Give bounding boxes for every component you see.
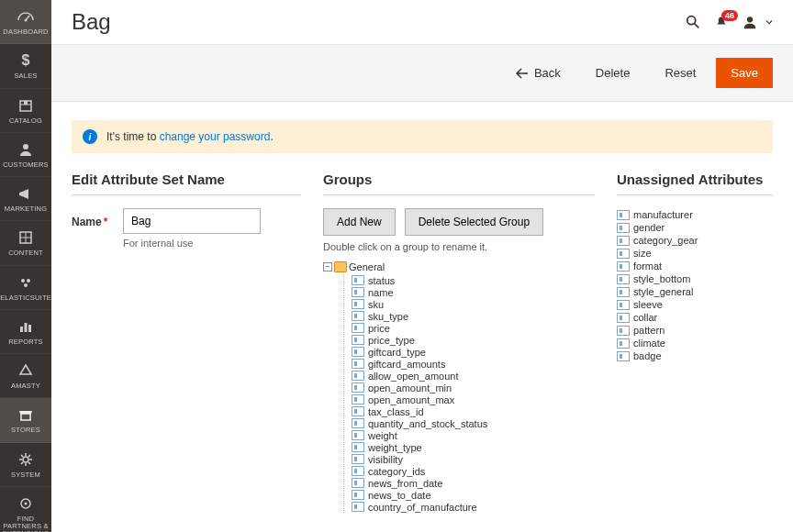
unassigned-attribute[interactable]: collar bbox=[617, 311, 773, 324]
attribute-icon bbox=[352, 502, 364, 512]
folder-icon bbox=[334, 261, 347, 272]
sidebar-item-catalog[interactable]: CATALOG bbox=[0, 89, 51, 133]
svg-point-10 bbox=[21, 279, 25, 283]
attribute-label: style_bottom bbox=[633, 273, 690, 284]
unassigned-attribute[interactable]: climate bbox=[617, 337, 773, 349]
group-attribute[interactable]: sku bbox=[352, 298, 595, 310]
sidebar-label: SYSTEM bbox=[11, 471, 40, 479]
attribute-label: pattern bbox=[633, 325, 665, 336]
delete-button[interactable]: Delete bbox=[581, 58, 645, 88]
attribute-icon bbox=[352, 394, 364, 405]
groups-title: Groups bbox=[323, 172, 595, 195]
search-button[interactable] bbox=[685, 14, 701, 30]
box-icon bbox=[17, 96, 35, 115]
group-attribute[interactable]: quantity_and_stock_status bbox=[352, 417, 595, 429]
attribute-label: visibility bbox=[368, 454, 403, 465]
group-attribute[interactable]: sku_type bbox=[352, 310, 595, 322]
sidebar-item-partners[interactable]: FIND PARTNERS & EXTENSIONS bbox=[0, 487, 51, 532]
attribute-icon bbox=[617, 210, 630, 220]
sidebar-item-customers[interactable]: CUSTOMERS bbox=[0, 133, 51, 177]
unassigned-attribute[interactable]: pattern bbox=[617, 324, 773, 337]
change-password-link[interactable]: change your password bbox=[160, 130, 271, 143]
svg-point-6 bbox=[23, 144, 28, 150]
tree-toggle[interactable]: − bbox=[323, 262, 332, 272]
sidebar-label: MARKETING bbox=[5, 205, 47, 213]
svg-point-11 bbox=[27, 279, 30, 283]
svg-rect-15 bbox=[28, 325, 31, 332]
group-attribute[interactable]: open_amount_max bbox=[352, 393, 595, 405]
attribute-label: collar bbox=[633, 312, 657, 323]
group-attribute[interactable]: tax_class_id bbox=[352, 405, 595, 417]
attribute-label: weight_type bbox=[368, 442, 422, 453]
group-attribute[interactable]: allow_open_amount bbox=[352, 370, 595, 382]
attribute-icon bbox=[352, 359, 364, 369]
add-new-group-button[interactable]: Add New bbox=[323, 208, 396, 236]
group-attribute[interactable]: weight bbox=[352, 429, 595, 441]
attribute-icon bbox=[617, 287, 630, 297]
group-attribute[interactable]: country_of_manufacture bbox=[352, 501, 595, 513]
group-attribute[interactable]: status bbox=[352, 274, 595, 286]
unassigned-attribute[interactable]: category_gear bbox=[617, 234, 773, 247]
bars-icon bbox=[17, 317, 35, 336]
unassigned-attribute[interactable]: sleeve bbox=[617, 298, 773, 311]
edit-set-title: Edit Attribute Set Name bbox=[72, 172, 301, 195]
svg-line-24 bbox=[695, 24, 699, 28]
unassigned-attribute[interactable]: badge bbox=[617, 349, 773, 362]
unassigned-attribute[interactable]: style_bottom bbox=[617, 272, 773, 285]
attribute-icon bbox=[617, 223, 630, 233]
group-attribute[interactable]: news_to_date bbox=[352, 489, 595, 501]
attribute-label: gender bbox=[633, 222, 665, 233]
svg-rect-5 bbox=[24, 101, 28, 105]
sidebar-item-sales[interactable]: $ SALES bbox=[0, 44, 51, 88]
delete-group-button[interactable]: Delete Selected Group bbox=[405, 208, 543, 236]
sidebar-item-amasty[interactable]: AMASTY bbox=[0, 354, 51, 398]
attribute-label: style_general bbox=[633, 286, 693, 297]
group-attribute[interactable]: name bbox=[352, 286, 595, 298]
group-attribute[interactable]: giftcard_amounts bbox=[352, 358, 595, 370]
attribute-icon bbox=[617, 313, 630, 323]
megaphone-icon bbox=[17, 184, 35, 203]
set-name-input[interactable] bbox=[123, 208, 261, 234]
group-attribute[interactable]: visibility bbox=[352, 453, 595, 465]
notifications-button[interactable]: 46 bbox=[714, 15, 729, 29]
unassigned-attribute[interactable]: manufacturer bbox=[617, 208, 773, 221]
account-menu[interactable] bbox=[742, 14, 773, 30]
sidebar-item-stores[interactable]: STORES bbox=[0, 398, 51, 442]
group-attribute[interactable]: price bbox=[352, 322, 595, 334]
sidebar-item-marketing[interactable]: MARKETING bbox=[0, 177, 51, 221]
unassigned-attribute[interactable]: format bbox=[617, 260, 773, 272]
reset-button[interactable]: Reset bbox=[650, 58, 710, 88]
unassigned-attribute[interactable]: size bbox=[617, 247, 773, 260]
group-attribute[interactable]: open_amount_min bbox=[352, 382, 595, 393]
admin-sidebar: DASHBOARD $ SALES CATALOG CUSTOMERS MARK… bbox=[0, 0, 51, 532]
attribute-icon bbox=[352, 382, 364, 393]
attribute-icon bbox=[617, 326, 630, 336]
sidebar-item-elasticsuite[interactable]: ELASTICSUITE bbox=[0, 266, 51, 310]
attribute-label: name bbox=[368, 287, 394, 298]
chevron-down-icon bbox=[765, 18, 773, 26]
attribute-label: allow_open_amount bbox=[368, 371, 458, 382]
group-attribute[interactable]: weight_type bbox=[352, 441, 595, 453]
sidebar-item-reports[interactable]: REPORTS bbox=[0, 310, 51, 354]
group-attribute[interactable]: giftcard_type bbox=[352, 346, 595, 358]
svg-point-19 bbox=[25, 502, 28, 504]
group-attribute[interactable]: news_from_date bbox=[352, 477, 595, 489]
svg-text:$: $ bbox=[22, 52, 30, 68]
sidebar-item-content[interactable]: CONTENT bbox=[0, 221, 51, 265]
unassigned-attribute[interactable]: style_general bbox=[617, 285, 773, 298]
sidebar-label: STORES bbox=[11, 427, 40, 434]
group-general[interactable]: General bbox=[349, 261, 385, 272]
amasty-icon bbox=[17, 361, 35, 380]
unassigned-title: Unassigned Attributes bbox=[617, 172, 773, 195]
attribute-icon bbox=[617, 249, 630, 259]
sidebar-item-system[interactable]: SYSTEM bbox=[0, 443, 51, 487]
back-button[interactable]: Back bbox=[501, 58, 575, 88]
group-attribute[interactable]: category_ids bbox=[352, 465, 595, 477]
save-button[interactable]: Save bbox=[716, 58, 773, 88]
sidebar-label: CONTENT bbox=[8, 249, 43, 257]
sidebar-item-dashboard[interactable]: DASHBOARD bbox=[0, 0, 51, 44]
attribute-icon bbox=[352, 323, 364, 333]
group-attribute[interactable]: price_type bbox=[352, 334, 595, 346]
sidebar-label: CUSTOMERS bbox=[3, 161, 49, 169]
unassigned-attribute[interactable]: gender bbox=[617, 221, 773, 234]
